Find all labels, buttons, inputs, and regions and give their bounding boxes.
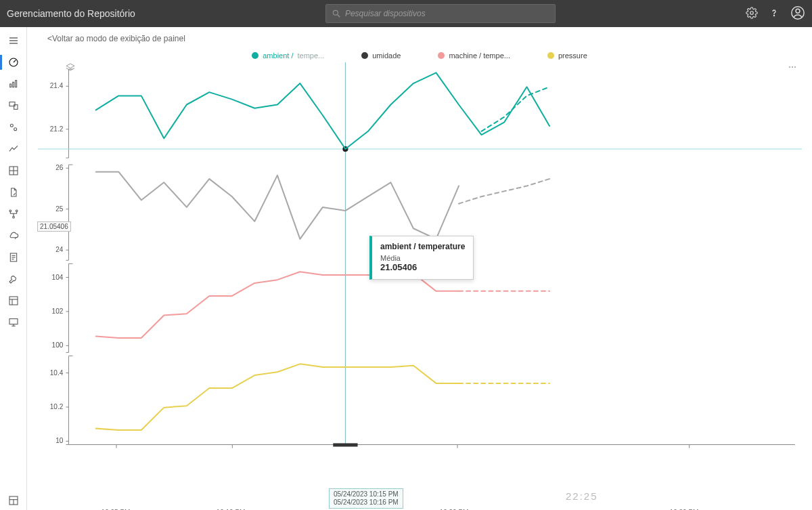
svg-point-5 (796, 9, 800, 13)
svg-point-0 (333, 10, 338, 15)
svg-point-21 (16, 210, 18, 212)
legend-dot-icon (361, 52, 368, 59)
legend-item-umidade[interactable]: umidade (361, 51, 401, 60)
legend-item-ambient[interactable]: ambient / tempe... (252, 51, 324, 60)
tooltip-series: ambient / temperature (380, 242, 465, 251)
nav-grid-icon[interactable] (0, 161, 27, 180)
svg-point-22 (12, 216, 14, 218)
svg-text:21.4: 21.4 (50, 82, 64, 89)
nav-monitor-icon[interactable] (0, 313, 27, 332)
tooltip-metric: Média (380, 254, 465, 262)
crosshair-tooltip: ambient / temperature Média 21.05406 (369, 236, 474, 280)
crosshair-x-time: 05/24/2023 10:15 PM 05/24/2023 10:16 PM (329, 488, 403, 509)
search-icon (332, 9, 341, 18)
hamburger-icon[interactable] (0, 31, 27, 50)
svg-rect-27 (9, 297, 18, 305)
legend-item-machine[interactable]: machine / tempe... (438, 51, 510, 60)
settings-icon[interactable] (746, 7, 758, 21)
svg-text:104: 104 (52, 274, 64, 281)
svg-text:10.4: 10.4 (50, 369, 64, 377)
nav-line-chart-icon[interactable] (0, 140, 27, 158)
svg-rect-30 (9, 319, 18, 324)
svg-rect-11 (12, 82, 14, 87)
svg-point-3 (773, 15, 774, 16)
back-link[interactable]: <Voltar ao modo de exibição de painel (27, 27, 812, 47)
header-center: Pesquisar dispositivos (135, 4, 746, 23)
legend-dot-icon (252, 52, 258, 59)
svg-point-20 (9, 210, 12, 212)
svg-rect-10 (9, 84, 11, 87)
svg-text:21.2: 21.2 (50, 125, 64, 133)
nav-export-icon[interactable] (0, 183, 27, 202)
legend-dot-icon (547, 52, 554, 59)
legend-dot-icon (438, 52, 445, 59)
nav-report-icon[interactable] (0, 248, 27, 267)
top-header: Gerenciamento do Repositório Pesquisar d… (0, 0, 812, 27)
tooltip-value: 21.05406 (380, 262, 465, 272)
header-right (746, 5, 805, 22)
chart-area[interactable]: ⋯ 21.421.226252410410210010.410.210 21.0… (31, 62, 802, 490)
chart-legend: ambient / tempe... umidade machine / tem… (27, 47, 812, 62)
svg-text:102: 102 (52, 307, 64, 315)
search-placeholder: Pesquisar dispositivos (345, 9, 426, 18)
svg-point-16 (14, 128, 16, 131)
legend-item-pressure[interactable]: pressure (547, 51, 587, 60)
help-icon[interactable] (769, 7, 780, 20)
body-row: <Voltar ao modo de exibição de painel am… (0, 27, 812, 510)
nav-dashboard-icon[interactable] (0, 53, 27, 72)
account-icon[interactable] (790, 5, 805, 22)
svg-text:10.2: 10.2 (50, 403, 64, 410)
main-content: <Voltar ao modo de exibição de painel am… (27, 27, 812, 510)
nav-bar-chart-icon[interactable] (0, 75, 27, 93)
svg-text:26: 26 (55, 164, 64, 171)
svg-rect-12 (15, 81, 16, 87)
svg-text:24: 24 (55, 246, 64, 253)
nav-flow-icon[interactable] (0, 205, 27, 224)
svg-line-1 (338, 15, 340, 18)
svg-point-2 (750, 11, 754, 14)
nav-layout-icon[interactable] (0, 491, 27, 510)
app-title: Gerenciamento do Repositório (7, 8, 135, 19)
svg-text:10: 10 (55, 437, 64, 444)
nav-cloud-icon[interactable] (0, 226, 27, 245)
svg-text:25: 25 (55, 205, 64, 213)
nav-wrench-icon[interactable] (0, 270, 27, 289)
svg-text:100: 100 (52, 341, 64, 349)
crosshair-y-value: 21.05406 (37, 221, 71, 232)
nav-table-icon[interactable] (0, 291, 27, 310)
svg-rect-73 (333, 443, 357, 446)
nav-devices-icon[interactable] (0, 96, 27, 115)
nav-gears-icon[interactable] (0, 118, 27, 137)
sidebar (0, 27, 27, 510)
search-input[interactable]: Pesquisar dispositivos (325, 4, 556, 23)
now-label: 22:25 (566, 490, 598, 502)
svg-point-15 (10, 124, 13, 127)
